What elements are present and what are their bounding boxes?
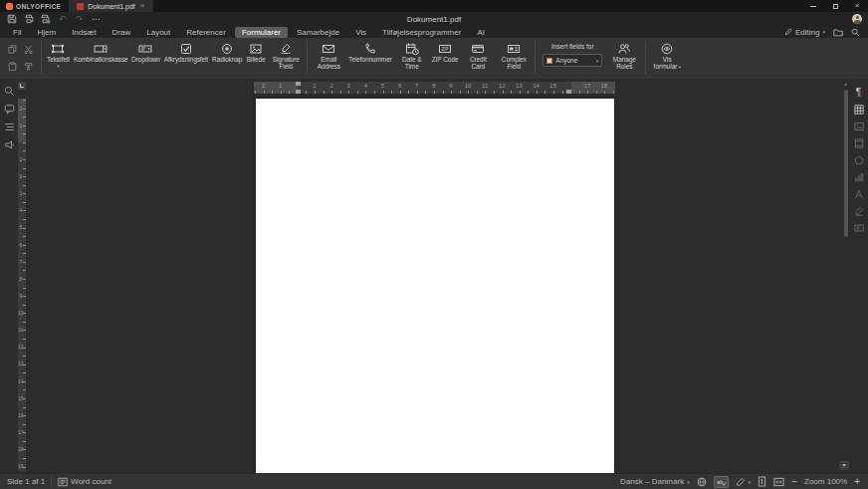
credit-card-button[interactable]: Credit Card [460,40,496,71]
vertical-scrollbar[interactable]: ▴ [842,79,849,463]
quick-access-toolbar: ↶ ↷ ⋯ [0,13,104,25]
zoom-level[interactable]: Zoom 100% [804,477,847,486]
maximize-button[interactable] [824,0,846,12]
view-form-button[interactable]: Vis formular▾ [649,40,685,71]
zip-code-button[interactable]: ZIP ZIP Code [430,40,461,63]
checkbox-field-button[interactable]: Afkrydsningsfelt [162,40,210,63]
right-indent-marker[interactable] [566,90,571,94]
paste-button[interactable] [4,58,20,75]
copy-button[interactable] [4,41,20,58]
scrollbar-thumb[interactable] [844,90,848,237]
document-page[interactable] [256,99,614,473]
phone-number-button[interactable]: Telefonnummer [346,40,394,63]
copy-style-button[interactable] [20,58,36,75]
zoom-in-button[interactable]: + [854,476,860,487]
tab-indsaet[interactable]: Indsæt [65,27,103,38]
save-button[interactable] [4,13,19,25]
chart-settings-button[interactable] [853,171,865,183]
language-selector[interactable]: Dansk – Danmark ▾ [620,477,690,486]
ruler-number: 17 [578,82,595,91]
pen-icon [736,477,746,487]
svg-text:ZIP: ZIP [442,47,449,52]
scroll-down-button[interactable]: ▾ [839,461,849,470]
feedback-support-button[interactable] [3,138,15,150]
quick-print-button[interactable] [38,13,53,25]
scroll-up-icon[interactable]: ▴ [842,81,849,88]
spell-check-toggle[interactable]: ab [714,476,729,488]
tab-hjem[interactable]: Hjem [30,27,63,38]
cut-button[interactable] [20,41,36,58]
minimize-button[interactable] [802,0,824,12]
undo-button[interactable]: ↶ [55,13,70,25]
editing-mode-dropdown[interactable]: Editing ▾ [784,28,825,37]
print-button[interactable] [21,13,36,25]
insert-fields-for-group: Insert fields for Anyone ▾ [539,40,606,67]
tab-referencer[interactable]: Referencer [179,27,233,38]
text-field-button[interactable]: Tekstfelt ▾ [45,40,72,69]
shape-settings-button[interactable] [853,154,865,166]
role-select-dropdown[interactable]: Anyone ▾ [542,54,602,67]
tab-layout[interactable]: Layout [139,27,177,38]
avatar-person-icon [856,16,859,19]
search-button[interactable] [851,28,860,37]
form-settings-button[interactable] [853,222,865,234]
tab-vis[interactable]: Vis [348,27,373,38]
text-art-settings-button[interactable] [853,188,865,200]
tab-draw[interactable]: Draw [106,27,138,38]
ruler-number: 11 [18,322,24,339]
tab-tilfoejelsesprogrammer[interactable]: Tilføjelsesprogrammer [375,27,468,38]
complex-field-button[interactable]: Complex Field [496,40,532,71]
combo-box-button[interactable]: Kombinationskasse [72,40,129,63]
tab-close-icon[interactable]: × [139,2,146,10]
comment-icon [4,104,15,115]
ruler-number: 3 [18,185,24,202]
forms-toolbar: Tekstfelt ▾ Kombinationskasse Dropdown A… [0,38,868,79]
find-search-button[interactable] [3,85,15,97]
navigation-headings-button[interactable] [3,121,15,132]
page-indicator[interactable]: Side 1 af 1 [7,477,45,486]
tab-formularer[interactable]: Formularer [235,27,288,38]
customize-quick-access-button[interactable]: ⋯ [89,13,104,25]
table-settings-button[interactable] [853,104,865,116]
set-document-language-button[interactable] [697,477,707,487]
paragraph-settings-button[interactable]: ¶ [853,87,865,99]
app-logo[interactable]: ONLYOFFICE [0,0,69,12]
pdf-file-icon [77,3,84,10]
tab-stop-icon [20,84,24,88]
image-settings-button[interactable] [853,121,865,132]
manage-roles-button[interactable]: Manage Roles [606,40,642,71]
header-footer-icon [854,138,864,148]
comments-button[interactable] [3,103,15,115]
dropdown-field-button[interactable]: Dropdown [129,40,162,63]
image-field-button[interactable]: Billede [244,40,268,63]
word-count-toggle[interactable]: Word count [58,477,111,487]
complex-field-label: Complex Field [498,56,530,71]
redo-button[interactable]: ↷ [72,13,87,25]
left-indent-marker[interactable] [296,90,301,94]
tab-stop-selector[interactable] [18,82,26,90]
zoom-out-button[interactable]: − [791,476,797,487]
date-time-button[interactable]: Date & Time [394,40,430,71]
email-address-button[interactable]: Email Address [311,40,346,71]
horizontal-ruler: 211234567891011121314151718 [254,82,615,94]
fit-page-button[interactable] [758,476,766,487]
signature-field-button[interactable]: Signature Field [268,40,304,71]
open-file-location-button[interactable] [833,28,843,37]
header-footer-settings-button[interactable] [853,137,865,149]
fit-width-button[interactable] [773,477,784,487]
ruler-ticks [255,91,615,94]
ruler-number: 8 [18,270,24,287]
tab-ai[interactable]: AI [470,27,492,38]
first-line-indent-marker[interactable] [296,82,301,86]
radio-button-field-button[interactable]: Radioknap [210,40,244,63]
track-changes-dropdown[interactable]: ▾ [736,477,752,487]
document-tab[interactable]: Dokument1.pdf × [69,0,153,12]
user-avatar[interactable] [852,14,862,24]
radiobutton-icon [220,41,234,56]
ruler-number: 11 [477,82,494,91]
ruler-number: 2 [324,82,340,91]
tab-samarbejde[interactable]: Samarbejde [290,27,346,38]
close-button[interactable]: × [846,0,868,12]
signature-settings-button[interactable] [853,205,865,217]
tab-fil[interactable]: Fil [6,27,28,38]
